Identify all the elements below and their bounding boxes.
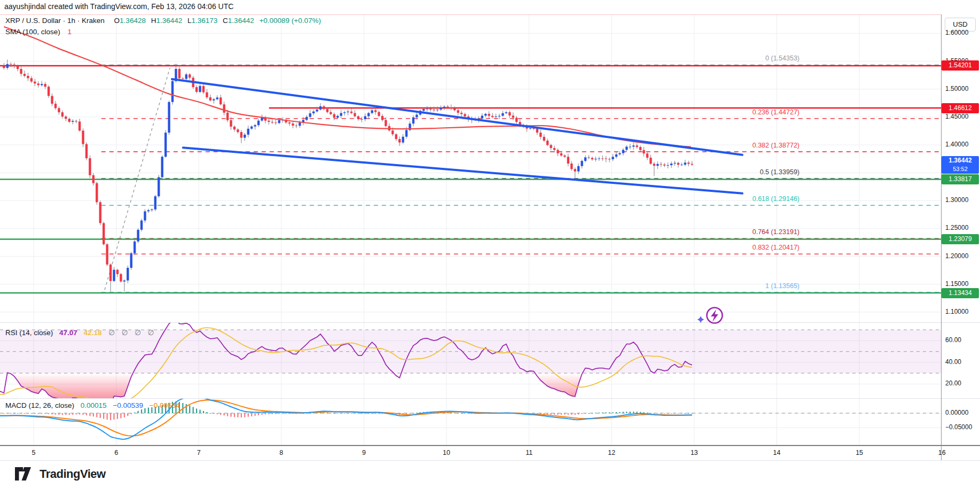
rsi-legend-label: RSI (14, close): [5, 329, 53, 337]
price-tick-label: 1.40000: [945, 141, 968, 148]
fib-level-label: 0.382 (1.38772): [620, 142, 799, 149]
rsi-ma-value: 42.18: [84, 329, 102, 337]
open-value: 1.36428: [120, 17, 146, 25]
rsi-value: 47.07: [59, 329, 77, 337]
time-axis-label: 9: [353, 449, 374, 456]
time-axis-label: 13: [684, 449, 705, 456]
price-tick-label: 1.30000: [945, 196, 968, 204]
fib-level-label: 1 (1.13565): [620, 282, 799, 290]
time-axis-label: 6: [106, 449, 127, 456]
price-level-badge: 1.46612: [942, 103, 979, 113]
tradingview-logo-text: TradingView: [40, 467, 106, 481]
attribution-text: aayushjindal created with TradingView.co…: [4, 2, 233, 11]
tradingview-logo-icon: [15, 467, 34, 482]
tradingview-chart-window: aayushjindal created with TradingView.co…: [0, 0, 980, 488]
macd-signal-value: −0.00554: [150, 401, 180, 409]
price-tick-label: 1.25000: [945, 224, 968, 231]
macd-hist-value: 0.00015: [81, 401, 107, 409]
time-axis-label: 15: [849, 449, 870, 456]
price-level-badge: 1.13434: [942, 288, 979, 298]
time-axis-label: 11: [519, 449, 540, 456]
sma-legend-value: 1: [68, 28, 72, 36]
time-axis-label: 10: [436, 449, 457, 456]
tradingview-logo[interactable]: TradingView: [15, 467, 106, 482]
time-axis-label: 5: [23, 449, 44, 456]
fib-level-label: 0 (1.54353): [620, 55, 799, 62]
rsi-tick-label: 60.00: [945, 336, 961, 344]
symbol-title: XRP / U.S. Dollar · 1h · Kraken: [5, 17, 105, 25]
open-label: O: [114, 17, 120, 25]
price-level-badge: 1.23079: [942, 234, 979, 244]
macd-legend[interactable]: MACD (12, 26, close) 0.00015 −0.00539 −0…: [5, 401, 180, 409]
price-tick-label: 1.50000: [945, 85, 968, 92]
rsi-empty-value: ∅: [108, 329, 115, 337]
sma-legend[interactable]: SMA (100, close) 1: [5, 28, 72, 36]
chart-overlay: aayushjindal created with TradingView.co…: [0, 0, 980, 488]
price-tick-label: 1.60000: [945, 29, 968, 36]
time-axis-label: 8: [271, 449, 292, 456]
macd-tick-label: 0.00000: [945, 409, 968, 416]
rsi-tick-label: 20.00: [945, 379, 961, 387]
low-value: 1.36173: [192, 17, 218, 25]
price-tick-label: 1.20000: [945, 252, 968, 260]
high-value: 1.36442: [156, 17, 182, 25]
price-level-badge: 1.54201: [942, 60, 979, 71]
price-tick-label: 1.45000: [945, 113, 968, 120]
price-tick-label: 1.10000: [945, 308, 968, 315]
macd-line-value: −0.00539: [113, 401, 143, 409]
fib-level-label: 0.764 (1.23191): [620, 228, 799, 236]
sma-legend-label: SMA (100, close): [5, 28, 60, 36]
rsi-empty-value: ∅: [135, 329, 141, 337]
time-axis-label: 14: [766, 449, 787, 456]
rsi-legend[interactable]: RSI (14, close) 47.07 42.18 ∅ ∅ ∅ ∅: [5, 328, 154, 337]
current-price-badge: 1.3644253:52: [942, 156, 979, 174]
fib-level-label: 0.5 (1.33959): [620, 168, 799, 176]
macd-legend-label: MACD (12, 26, close): [5, 401, 74, 409]
rsi-tick-label: 40.00: [945, 358, 961, 366]
fib-level-label: 0.236 (1.44727): [620, 109, 799, 116]
time-axis-label: 7: [188, 449, 209, 456]
price-level-badge: 1.33817: [942, 174, 979, 184]
change-value: +0.00089 (+0.07%): [259, 17, 321, 25]
high-label: H: [151, 17, 156, 25]
time-axis-label: 16: [931, 449, 953, 456]
fib-level-label: 0.832 (1.20417): [620, 244, 799, 251]
low-label: L: [187, 17, 192, 25]
close-label: C: [223, 17, 228, 25]
time-axis-label: 12: [601, 449, 622, 456]
price-tick-label: 1.15000: [945, 280, 968, 288]
symbol-legend[interactable]: XRP / U.S. Dollar · 1h · Kraken O1.36428…: [5, 17, 321, 25]
macd-tick-label: −0.05000: [945, 423, 972, 431]
fib-level-label: 0.618 (1.29146): [620, 195, 799, 203]
close-value: 1.36442: [228, 17, 254, 25]
rsi-empty-value: ∅: [148, 329, 154, 337]
rsi-empty-value: ∅: [122, 329, 128, 337]
